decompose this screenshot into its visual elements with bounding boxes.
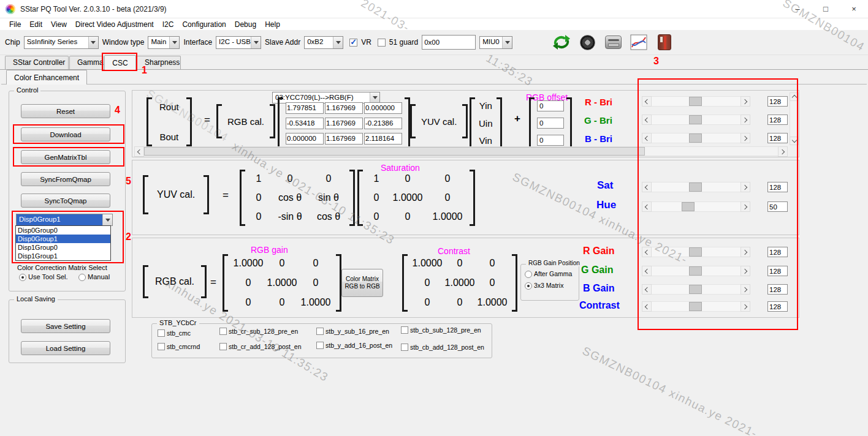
slider-thumb[interactable] (689, 182, 702, 192)
tab-sstar-controller[interactable]: SStar Controller (5, 56, 69, 69)
vr-checkbox[interactable] (349, 39, 357, 47)
load-setting-button[interactable]: Load Setting (21, 341, 110, 355)
disp-group-select[interactable]: Disp0Group1 (16, 214, 113, 226)
matrix-cell[interactable] (286, 118, 324, 129)
guard-value-input[interactable] (422, 35, 476, 50)
slider-left-arrow[interactable] (642, 247, 652, 257)
folder-button[interactable] (653, 32, 676, 52)
scroll-left-arrow[interactable] (134, 146, 144, 157)
b-gain-slider[interactable] (642, 284, 750, 295)
r-bri-value[interactable] (767, 96, 788, 107)
slider-left-arrow[interactable] (642, 301, 652, 312)
matrix-cell[interactable] (364, 102, 402, 114)
slider-thumb[interactable] (689, 285, 702, 294)
g-bri-value[interactable] (767, 115, 788, 125)
sat-value[interactable] (767, 182, 788, 192)
sync-to-qmap-button[interactable]: SyncToQmap (21, 194, 110, 208)
stb-cr-add-128-post-en-checkbox[interactable] (219, 343, 227, 350)
menu-edit[interactable]: Edit (25, 19, 47, 30)
r-gain-value[interactable] (767, 247, 788, 257)
g-bri-slider[interactable] (642, 115, 750, 125)
slider-left-arrow[interactable] (642, 96, 652, 107)
window-type-select[interactable]: Main (148, 36, 180, 49)
b-gain-value[interactable] (767, 284, 788, 295)
slider-left-arrow[interactable] (642, 201, 652, 212)
b-bri-value[interactable] (767, 133, 788, 143)
rgb-offset-input[interactable] (537, 118, 564, 129)
maximize-button[interactable]: □ (812, 0, 840, 18)
connect-button[interactable] (550, 32, 573, 52)
download-button[interactable]: Download (21, 127, 110, 141)
dropdown-option-selected[interactable]: Disp0Group1 (16, 235, 110, 243)
matrix-cell[interactable] (325, 133, 363, 145)
matrix-cell[interactable] (286, 133, 324, 145)
hue-slider[interactable] (642, 201, 750, 212)
miu-select[interactable]: MIU0 (479, 36, 512, 49)
after-gamma-radio[interactable] (525, 271, 532, 278)
scroll-up-arrow[interactable] (790, 92, 799, 101)
use-tool-sel-radio[interactable] (19, 274, 26, 281)
slider-right-arrow[interactable] (740, 96, 750, 107)
stop-button[interactable] (576, 32, 598, 52)
slider-right-arrow[interactable] (740, 266, 750, 276)
stb-cmc-checkbox[interactable] (158, 329, 165, 337)
dropdown-option[interactable]: Disp0Group0 (16, 226, 110, 235)
tab-csc[interactable]: CSC (104, 55, 136, 70)
guard-51-checkbox[interactable] (378, 39, 386, 47)
slider-left-arrow[interactable] (642, 133, 652, 143)
menu-i2c[interactable]: I2C (158, 19, 178, 30)
menu-direct-video-adjustment[interactable]: Direct Video Adjustment (71, 19, 158, 30)
slider-thumb[interactable] (689, 266, 702, 276)
interface-select[interactable]: I2C - USB (216, 36, 261, 49)
g-gain-slider[interactable] (642, 266, 750, 276)
dropdown-option[interactable]: Disp1Group0 (16, 243, 110, 252)
g-gain-value[interactable] (767, 266, 788, 276)
rgb-offset-input[interactable] (537, 135, 564, 146)
curve-chart-button[interactable] (628, 32, 650, 52)
tab-color-enhancement[interactable]: Color Enhancement (6, 70, 87, 85)
menu-debug[interactable]: Debug (230, 19, 261, 30)
scroll-right-arrow[interactable] (778, 146, 788, 157)
slider-right-arrow[interactable] (740, 115, 750, 125)
slider-thumb[interactable] (689, 115, 702, 124)
scroll-down-arrow[interactable] (790, 137, 799, 145)
slider-right-arrow[interactable] (740, 133, 750, 143)
contrast-value[interactable] (767, 301, 788, 312)
slider-right-arrow[interactable] (740, 201, 750, 212)
stb-cb-sub-128-pre-en-checkbox[interactable] (401, 326, 408, 334)
stb-y-sub-16-pre-en-checkbox[interactable] (316, 328, 324, 335)
slider-thumb[interactable] (689, 133, 702, 143)
chevron-down-icon[interactable] (502, 37, 512, 48)
r-gain-slider[interactable] (642, 247, 750, 257)
sat-slider[interactable] (642, 182, 750, 192)
stb-y-add-16-post-en-checkbox[interactable] (316, 342, 324, 349)
save-setting-button[interactable]: Save Setting (21, 319, 110, 333)
slider-right-arrow[interactable] (740, 182, 750, 192)
gen-matrix-tbl-button[interactable]: GenMatrixTbl (21, 150, 110, 164)
manual-radio[interactable] (78, 274, 86, 281)
slider-right-arrow[interactable] (740, 284, 750, 295)
slider-right-arrow[interactable] (740, 247, 750, 257)
chevron-down-icon[interactable] (251, 37, 261, 48)
slider-right-arrow[interactable] (740, 301, 750, 312)
dropdown-option[interactable]: Disp1Group1 (16, 252, 110, 260)
matrix-3x3-radio[interactable] (525, 282, 532, 290)
matrix-cell[interactable] (364, 133, 402, 145)
slider-left-arrow[interactable] (642, 115, 652, 125)
sync-from-qmap-button[interactable]: SyncFromQmap (21, 172, 110, 186)
stb-cb-add-128-post-en-checkbox[interactable] (401, 344, 408, 351)
slider-left-arrow[interactable] (642, 266, 652, 276)
matrix-horizontal-scrollbar[interactable] (134, 146, 788, 156)
matrix-cell[interactable] (325, 102, 363, 114)
scrollbar-thumb[interactable] (144, 147, 645, 156)
color-matrix-rgb-to-rgb-button[interactable]: Color Matrix RGB to RGB (341, 269, 383, 297)
slider-left-arrow[interactable] (642, 284, 652, 295)
bri-vertical-scrollbar[interactable] (790, 92, 799, 145)
rgb-offset-input[interactable] (537, 100, 564, 111)
stb-cmcrnd-checkbox[interactable] (158, 343, 165, 350)
stb-cr-sub-128-pre-en-checkbox[interactable] (219, 328, 227, 335)
minimize-button[interactable]: – (783, 0, 812, 18)
slider-thumb[interactable] (682, 202, 695, 211)
close-button[interactable]: × (840, 0, 868, 18)
chevron-down-icon[interactable] (333, 37, 343, 48)
